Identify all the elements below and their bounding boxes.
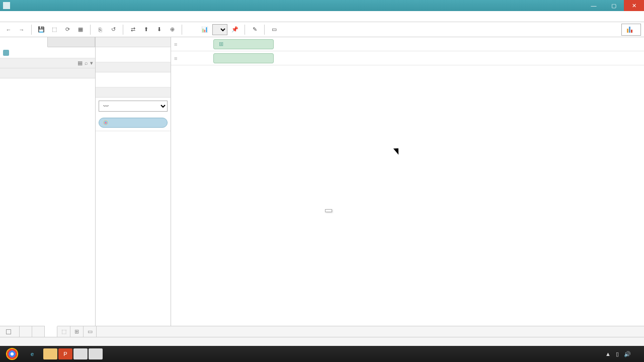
search-icon[interactable]: ⌕ [85,60,88,66]
rows-pill[interactable] [213,53,274,63]
color-icon [103,120,108,125]
tab-data-source[interactable] [0,326,20,337]
explorer-icon[interactable] [43,348,57,359]
title-bar: — ▢ ✕ [0,0,644,11]
marks-pill-market[interactable] [99,118,168,128]
maximize-button[interactable]: ▢ [604,0,624,11]
minimize-button[interactable]: — [584,0,604,11]
new-dashboard-button[interactable]: ⊞ [70,326,84,337]
pages-shelf[interactable] [96,47,171,62]
tab-bar-chart[interactable] [32,326,45,337]
tab-line-chart[interactable] [45,326,57,337]
columns-pill[interactable]: ⊞ [213,39,274,49]
taskbar: e P ▲ ▯ 🔊 [0,346,644,362]
duplicate-button[interactable]: ⎘ [95,24,106,35]
close-button[interactable]: ✕ [624,0,644,11]
back-button[interactable]: ← [3,24,14,35]
new-story-button[interactable]: ▭ [84,326,97,337]
sort-desc-button[interactable]: ⬇ [153,24,165,35]
ie-icon[interactable]: e [22,347,42,361]
volume-icon[interactable]: 🔊 [624,351,631,357]
group-button[interactable]: ⊕ [167,24,178,35]
columns-icon: ≡ [174,41,177,47]
marks-shelf-header [96,87,171,98]
clear-button[interactable]: ↺ [108,24,119,35]
tooltip [325,209,332,212]
battery-icon[interactable]: ▯ [616,351,619,357]
toolbar: ← → 💾 ⬚ ⟳ ▦ ⎘ ↺ ⇄ ⬆ ⬇ ⊕ 📊 📌 ✎ ▭ [0,22,644,37]
tab-data[interactable] [0,37,48,47]
powerpoint-icon[interactable]: P [58,348,72,359]
chart-canvas[interactable] [174,68,638,323]
save-button[interactable]: 💾 [36,24,47,35]
swap-button[interactable]: ⇄ [127,24,138,35]
color-legend [96,131,171,139]
run-button[interactable]: ▦ [75,24,86,35]
chrome-icon[interactable] [6,348,18,360]
dimensions-header: ▦⌕▾ [0,58,95,68]
filters-shelf-header [96,62,171,72]
rows-shelf[interactable]: ≡ [171,51,644,65]
pin-button[interactable]: 📌 [229,24,240,35]
auto-update-button[interactable]: ⟳ [62,24,73,35]
view-icon[interactable]: ▦ [77,60,83,66]
datasource-item[interactable] [0,47,95,58]
new-datasource-button[interactable]: ⬚ [49,24,60,35]
labels-button[interactable] [186,24,197,35]
tab-analytics[interactable] [48,37,96,47]
datasource-icon [3,50,9,56]
measures-list [0,78,95,326]
show-me-button[interactable] [621,24,641,36]
chart-type-button[interactable]: 📊 [199,24,210,35]
filters-shelf[interactable] [96,72,171,87]
sheet-tabs: ⬚ ⊞ ▭ [0,326,644,337]
mark-type-select[interactable]: 〰 [99,101,168,112]
rows-icon: ≡ [174,55,177,61]
forward-button[interactable]: → [16,24,27,35]
cards-pane: 〰 [96,37,171,326]
new-worksheet-button[interactable]: ⬚ [57,326,70,337]
fit-select[interactable] [212,24,227,35]
tab-sheet-1[interactable] [20,326,32,337]
data-pane: ▦⌕▾ [0,37,96,326]
status-bar [0,337,644,346]
app-icon-1[interactable] [73,348,88,359]
app-icon-2[interactable] [89,348,103,359]
measures-header [0,68,95,78]
presentation-button[interactable]: ▭ [269,24,280,35]
highlight-button[interactable]: ✎ [249,24,260,35]
menu-icon[interactable]: ▾ [90,60,93,66]
menu-bar [0,11,644,22]
sort-asc-button[interactable]: ⬆ [140,24,151,35]
tray-icon[interactable]: ▲ [605,351,611,357]
columns-shelf[interactable]: ≡ ⊞ [171,37,644,51]
app-icon [3,2,10,9]
pages-shelf-header [96,37,171,47]
